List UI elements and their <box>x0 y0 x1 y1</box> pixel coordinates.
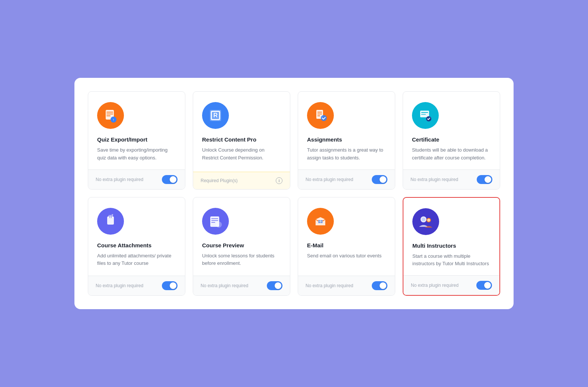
main-container: ↑ Quiz Export/ImportSave time by exporti… <box>74 78 514 309</box>
svg-rect-22 <box>108 218 113 219</box>
toggle-course-preview[interactable] <box>267 281 282 290</box>
card-title-quiz-export: Quiz Export/Import <box>97 136 176 143</box>
toggle-email[interactable] <box>372 281 387 290</box>
toggle-assignments[interactable] <box>372 175 387 184</box>
svg-rect-14 <box>420 111 429 117</box>
card-title-certificate: Certificate <box>412 136 491 143</box>
card-title-course-attachments: Course Attachments <box>97 242 176 248</box>
email-icon <box>307 208 334 235</box>
card-title-email: E-Mail <box>307 242 386 248</box>
footer-text-email: No extra plugin required <box>306 283 353 288</box>
info-icon-restrict-content[interactable]: i <box>276 177 282 184</box>
footer-text-course-preview: No extra plugin required <box>201 283 248 288</box>
card-body-certificate: CertificateStudents will be able to down… <box>403 92 500 169</box>
card-footer-quiz-export: No extra plugin required <box>88 169 185 189</box>
card-body-quiz-export: ↑ Quiz Export/ImportSave time by exporti… <box>88 92 185 169</box>
card-footer-assignments: No extra plugin required <box>298 169 395 189</box>
toggle-course-attachments[interactable] <box>162 281 178 290</box>
card-body-assignments: AssignmentsTutor assignments is a great … <box>298 92 395 169</box>
footer-text-restrict-content: Required Plugin(s) <box>201 178 237 183</box>
card-desc-assignments: Tutor assignments is a great way to assi… <box>307 146 386 162</box>
footer-text-assignments: No extra plugin required <box>306 177 353 182</box>
card-title-multi-instructors: Multi Instructors <box>412 242 490 249</box>
card-certificate: CertificateStudents will be able to down… <box>403 91 500 190</box>
assignments-icon <box>307 102 334 129</box>
preview-icon <box>202 208 229 235</box>
card-title-course-preview: Course Preview <box>202 242 281 248</box>
card-body-course-preview: Course PreviewUnlock some lessons for st… <box>193 197 290 276</box>
card-body-multi-instructors: Multi InstructorsStart a course with mul… <box>403 198 499 276</box>
card-multi-instructors: Multi InstructorsStart a course with mul… <box>403 197 500 296</box>
card-footer-restrict-content: Required Plugin(s)i <box>193 172 290 189</box>
quiz-icon: ↑ <box>97 102 124 129</box>
footer-text-certificate: No extra plugin required <box>410 177 458 182</box>
svg-point-13 <box>321 115 327 121</box>
card-restrict-content: R Restrict Content ProUnlock Course depe… <box>193 91 290 190</box>
card-assignments: AssignmentsTutor assignments is a great … <box>298 91 395 190</box>
footer-text-course-attachments: No extra plugin required <box>96 283 143 288</box>
restrict-icon: R <box>202 102 229 129</box>
card-desc-email: Send email on various tutor events <box>307 252 386 260</box>
card-course-preview: Course PreviewUnlock some lessons for st… <box>193 197 290 296</box>
card-title-assignments: Assignments <box>307 136 386 143</box>
svg-point-32 <box>422 218 425 221</box>
toggle-multi-instructors[interactable] <box>476 281 492 290</box>
svg-point-34 <box>427 219 430 222</box>
card-footer-certificate: No extra plugin required <box>403 169 500 189</box>
card-footer-multi-instructors: No extra plugin required <box>403 275 499 295</box>
card-desc-quiz-export: Save time by exporting/importing quiz da… <box>97 146 176 162</box>
card-footer-course-preview: No extra plugin required <box>193 276 290 295</box>
attachments-icon <box>97 208 124 235</box>
toggle-certificate[interactable] <box>477 175 492 184</box>
card-quiz-export: ↑ Quiz Export/ImportSave time by exporti… <box>88 91 185 190</box>
card-body-email: E-MailSend email on various tutor events <box>298 197 395 276</box>
card-title-restrict-content: Restrict Content Pro <box>202 136 281 143</box>
addon-grid: ↑ Quiz Export/ImportSave time by exporti… <box>88 91 500 296</box>
card-footer-course-attachments: No extra plugin required <box>88 276 185 295</box>
toggle-quiz-export[interactable] <box>162 175 178 184</box>
card-body-restrict-content: R Restrict Content ProUnlock Course depe… <box>193 92 290 172</box>
footer-text-multi-instructors: No extra plugin required <box>411 283 458 288</box>
card-footer-email: No extra plugin required <box>298 276 395 295</box>
svg-text:↑: ↑ <box>113 118 115 122</box>
card-desc-course-attachments: Add unlimited attachments/ private files… <box>97 252 176 268</box>
card-email: E-MailSend email on various tutor events… <box>298 197 395 296</box>
instructors-icon <box>412 208 439 235</box>
svg-text:R: R <box>213 112 218 118</box>
card-body-course-attachments: Course AttachmentsAdd unlimited attachme… <box>88 197 185 276</box>
card-desc-restrict-content: Unlock Course depending on Restrict Cont… <box>202 146 281 162</box>
card-desc-course-preview: Unlock some lessons for students before … <box>202 252 281 268</box>
card-desc-multi-instructors: Start a course with multiple instructors… <box>412 253 490 268</box>
card-course-attachments: Course AttachmentsAdd unlimited attachme… <box>88 197 185 296</box>
certificate-icon <box>412 102 439 129</box>
svg-point-27 <box>216 222 222 228</box>
footer-text-quiz-export: No extra plugin required <box>96 177 143 182</box>
card-desc-certificate: Students will be able to download a cert… <box>412 146 491 162</box>
